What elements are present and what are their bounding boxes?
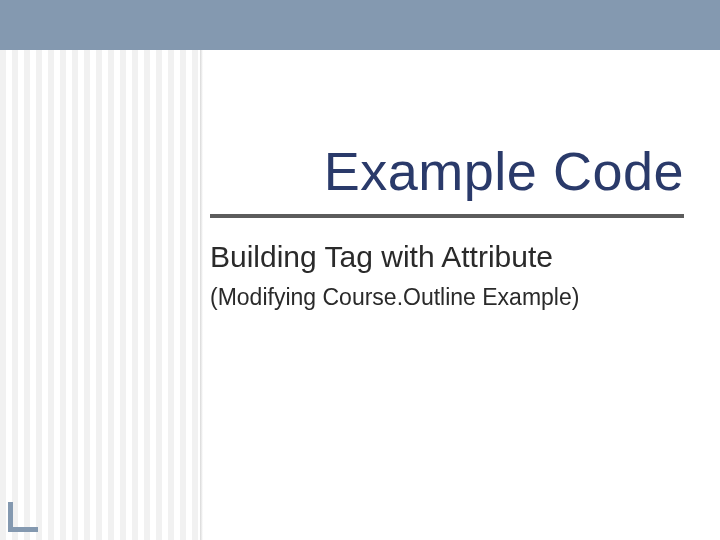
corner-accent [8,502,38,532]
slide-subtitle: Building Tag with Attribute [210,240,684,274]
title-divider [210,214,684,218]
header-bar [0,0,720,50]
corner-vertical [8,502,13,532]
left-stripe-pattern [0,50,200,540]
slide-description: (Modifying Course.Outline Example) [210,284,684,311]
content-area: Example Code Building Tag with Attribute… [210,140,684,311]
stripe-shadow [200,50,203,540]
slide-title: Example Code [210,140,684,202]
